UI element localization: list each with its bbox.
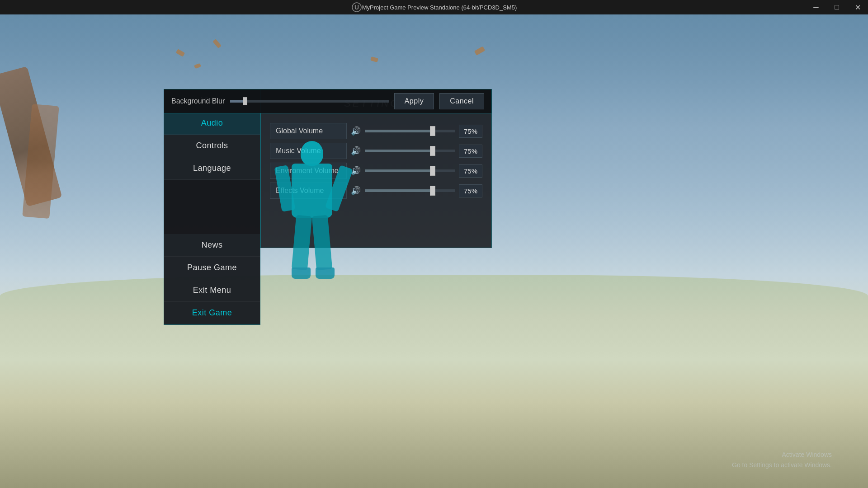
svg-text:U: U (354, 4, 359, 11)
music-volume-fill (365, 150, 433, 152)
blur-slider[interactable] (230, 100, 388, 103)
menu-item-news[interactable]: News (164, 234, 260, 257)
music-volume-value: 75% (459, 145, 482, 158)
menu-item-pause-game[interactable]: Pause Game (164, 257, 260, 279)
effects-volume-fill (365, 189, 433, 192)
global-volume-label: Global Volume (270, 123, 347, 139)
environment-volume-value: 75% (459, 164, 482, 178)
blur-slider-thumb (243, 97, 247, 105)
char-right-leg (312, 215, 332, 271)
music-volume-icon: 🔊 (350, 146, 361, 156)
char-left-leg (292, 215, 312, 271)
ue-logo: U (351, 2, 362, 13)
effects-volume-thumb (430, 186, 435, 196)
music-volume-slider[interactable] (365, 150, 455, 152)
global-volume-thumb (430, 126, 435, 136)
global-volume-fill (365, 130, 433, 132)
snow-ground (0, 275, 868, 488)
menu-panel: Video Audio Controls Language News Pause… (164, 89, 260, 325)
effects-volume-slider[interactable] (365, 189, 455, 192)
environment-volume-slider[interactable] (365, 169, 455, 172)
global-volume-control: Global Volume 🔊 75% (270, 123, 482, 139)
close-button[interactable]: ✕ (847, 0, 868, 14)
global-volume-value: 75% (459, 125, 482, 138)
char-head (301, 141, 323, 166)
apply-button[interactable]: Apply (394, 93, 434, 109)
environment-volume-fill (365, 169, 433, 172)
menu-item-exit-game[interactable]: Exit Game (164, 302, 260, 324)
game-background: Activate Windows Go to Settings to activ… (0, 14, 868, 488)
menu-spacer (164, 180, 260, 234)
window-controls: ─ □ ✕ (806, 0, 868, 14)
char-right-foot (316, 267, 335, 279)
blur-label: Background Blur (171, 97, 225, 105)
menu-item-language[interactable]: Language (164, 157, 260, 180)
effects-volume-value: 75% (459, 184, 482, 197)
menu-item-exit-menu[interactable]: Exit Menu (164, 279, 260, 302)
global-volume-icon: 🔊 (350, 126, 361, 136)
bottom-bar: Background Blur Apply Cancel (164, 89, 492, 113)
minimize-button[interactable]: ─ (806, 0, 826, 14)
effects-volume-icon: 🔊 (350, 186, 361, 196)
menu-item-controls[interactable]: Controls (164, 135, 260, 157)
restore-button[interactable]: □ (826, 0, 847, 14)
global-volume-slider[interactable] (365, 130, 455, 132)
title-bar: U MyProject Game Preview Standalone (64-… (0, 0, 868, 14)
menu-item-audio[interactable]: Audio (164, 112, 260, 135)
game-character (276, 141, 348, 299)
music-volume-thumb (430, 146, 435, 156)
cancel-button[interactable]: Cancel (439, 93, 484, 109)
blur-slider-fill (230, 100, 244, 103)
environment-volume-thumb (430, 166, 435, 176)
window-title: MyProject Game Preview Standalone (64-bi… (362, 4, 517, 11)
char-body (292, 164, 332, 218)
char-left-foot (292, 267, 311, 279)
